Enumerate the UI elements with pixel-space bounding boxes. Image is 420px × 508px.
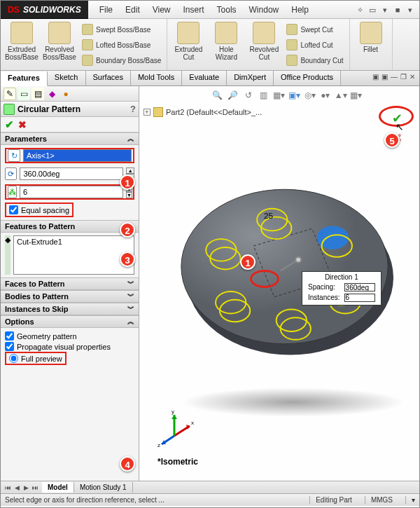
expand-icon[interactable]: +	[144, 109, 150, 116]
revolved-boss-button[interactable]: Revolved Boss/Base	[43, 22, 76, 61]
svg-text:z: z	[158, 442, 160, 448]
part-icon	[153, 107, 163, 117]
display-style-icon[interactable]: ▣▾	[288, 89, 301, 102]
tab-dimxpert[interactable]: DimXpert	[227, 71, 274, 85]
tab-office[interactable]: Office Products	[274, 71, 341, 85]
star-icon[interactable]: ✧	[355, 5, 365, 15]
view-orient-icon[interactable]: ▦▾	[273, 89, 286, 102]
nav-next[interactable]: ▶	[22, 484, 30, 491]
swept-boss-button[interactable]: Swept Boss/Base	[80, 22, 162, 37]
boundary-boss-button[interactable]: Boundary Boss/Base	[80, 53, 162, 68]
nav-last[interactable]: ⏭	[31, 484, 39, 491]
angle-field[interactable]	[20, 167, 123, 180]
lofted-cut-button[interactable]: Lofted Cut	[285, 37, 344, 53]
spacing-value[interactable]	[344, 283, 375, 291]
command-tabs: Features Sketch Surfaces Mold Tools Eval…	[1, 71, 419, 86]
flyout-tree[interactable]: + Part2 (Default<<Default>_...	[144, 107, 262, 117]
equal-spacing-checkbox[interactable]	[9, 205, 18, 214]
section-parameters[interactable]: Parameters︽	[1, 132, 139, 145]
pm-tab-2[interactable]: ▭	[18, 88, 30, 100]
angle-up[interactable]: ▲	[126, 167, 134, 174]
status-icon[interactable]: ▾	[405, 496, 415, 504]
doc-icon[interactable]: ▣	[372, 73, 379, 83]
axis-icon[interactable]: ↻	[8, 149, 20, 162]
help-icon[interactable]: ?	[130, 104, 136, 114]
appearance-icon[interactable]: ●▾	[319, 89, 332, 102]
extruded-cut-button[interactable]: Extruded Cut	[172, 22, 205, 61]
feature-item[interactable]: Cut-Extrude1	[17, 238, 131, 246]
menu-window[interactable]: Window	[244, 3, 285, 17]
graphics-viewport[interactable]: 🔍 🔎 ↺ ▥ ▦▾ ▣▾ ◎▾ ●▾ ▲▾ ▦▾ + Part2 (Defau…	[139, 86, 419, 481]
geometry-pattern-checkbox[interactable]	[5, 331, 14, 341]
boundary-cut-button[interactable]: Boundary Cut	[285, 53, 344, 68]
section-skip[interactable]: Instances to Skip︾	[1, 303, 139, 315]
annotation-badge-1b: 1	[240, 254, 255, 270]
zoom-area-icon[interactable]: 🔎	[227, 89, 239, 102]
pm-title: Circular Pattern	[18, 104, 80, 114]
doc2-icon[interactable]: ▣	[382, 73, 388, 83]
menu-insert[interactable]: Insert	[178, 3, 210, 17]
menu-edit[interactable]: Edit	[120, 3, 146, 17]
swept-cut-button[interactable]: Swept Cut	[285, 22, 344, 37]
scene-icon[interactable]: ▲▾	[335, 89, 347, 102]
propagate-visual-checkbox[interactable]	[5, 342, 14, 351]
nav-first[interactable]: ⏮	[4, 484, 12, 491]
menu-file[interactable]: File	[94, 3, 118, 17]
tab-sketch[interactable]: Sketch	[48, 71, 86, 85]
count-down[interactable]: ▼	[126, 192, 132, 198]
instances-label: Instances:	[307, 294, 342, 303]
section-features[interactable]: Features to Pattern︽	[1, 220, 139, 233]
toolbar-dropdown[interactable]: ▾	[405, 5, 415, 15]
minimize-icon[interactable]: —	[391, 73, 398, 83]
hide-show-icon[interactable]: ◎▾	[304, 89, 316, 102]
pm-tab-4[interactable]: ◆	[46, 88, 58, 100]
menu-tools[interactable]: Tools	[211, 3, 242, 17]
tab-mold[interactable]: Mold Tools	[131, 71, 182, 85]
view-name-label: *Isometric	[158, 457, 198, 467]
section-icon[interactable]: ▥	[258, 89, 270, 102]
pm-cancel-button[interactable]: ✖	[18, 119, 27, 130]
model-preview[interactable]: 25	[174, 156, 395, 377]
full-preview-radio[interactable]	[9, 354, 18, 363]
direction-callout[interactable]: Direction 1 Spacing: Instances:	[302, 271, 382, 306]
render-icon[interactable]: ▦▾	[350, 89, 363, 102]
count-field[interactable]	[20, 186, 123, 198]
pm-ok-button[interactable]: ✔	[5, 118, 14, 131]
tab-motion-study[interactable]: Motion Study 1	[74, 482, 133, 493]
extruded-boss-button[interactable]: Extruded Boss/Base	[5, 22, 38, 61]
tab-evaluate[interactable]: Evaluate	[182, 71, 227, 85]
prev-view-icon[interactable]: ↺	[242, 89, 255, 102]
annotation-badge-3: 3	[120, 252, 135, 267]
menu-help[interactable]: Help	[286, 3, 314, 17]
nav-prev[interactable]: ◀	[13, 484, 21, 491]
maximize-icon[interactable]: ❐	[400, 73, 407, 83]
revolved-cut-button[interactable]: Revolved Cut	[247, 22, 281, 61]
pm-tab-1[interactable]: ✎	[4, 88, 16, 100]
hole-wizard-button[interactable]: Hole Wizard	[209, 22, 243, 61]
pm-tab-3[interactable]: ▤	[31, 88, 44, 100]
dropdown-icon[interactable]: ▾	[380, 5, 390, 15]
heads-up-toolbar: 🔍 🔎 ↺ ▥ ▦▾ ▣▾ ◎▾ ●▾ ▲▾ ▦▾	[211, 89, 363, 102]
lofted-boss-button[interactable]: Lofted Boss/Base	[80, 37, 162, 53]
status-units[interactable]: MMGS	[365, 496, 393, 504]
instances-value[interactable]	[344, 294, 375, 302]
close-icon[interactable]: ✕	[410, 73, 415, 83]
svg-text:x: x	[191, 420, 194, 426]
axis-field[interactable]	[23, 149, 132, 162]
dimension-label: 25	[264, 211, 274, 221]
tab-model[interactable]: Model	[42, 482, 74, 493]
zoom-fit-icon[interactable]: 🔍	[211, 89, 224, 102]
tab-features[interactable]: Features	[1, 71, 48, 86]
features-listbox[interactable]: Cut-Extrude1	[13, 235, 134, 275]
section-bodies[interactable]: Bodies to Pattern︾	[1, 290, 139, 303]
circular-pattern-icon	[4, 104, 15, 115]
pm-tab-5[interactable]: ●	[59, 88, 72, 100]
new-icon[interactable]: ▭	[368, 5, 377, 15]
section-options[interactable]: Options︽	[1, 315, 139, 328]
tab-surfaces[interactable]: Surfaces	[86, 71, 131, 85]
menu-view[interactable]: View	[147, 3, 176, 17]
fillet-button[interactable]: Fillet	[354, 22, 388, 53]
help-toolbar-icon[interactable]: ■	[393, 5, 402, 15]
view-triad[interactable]: xyz	[153, 408, 195, 450]
section-faces[interactable]: Faces to Pattern︾	[1, 277, 139, 290]
